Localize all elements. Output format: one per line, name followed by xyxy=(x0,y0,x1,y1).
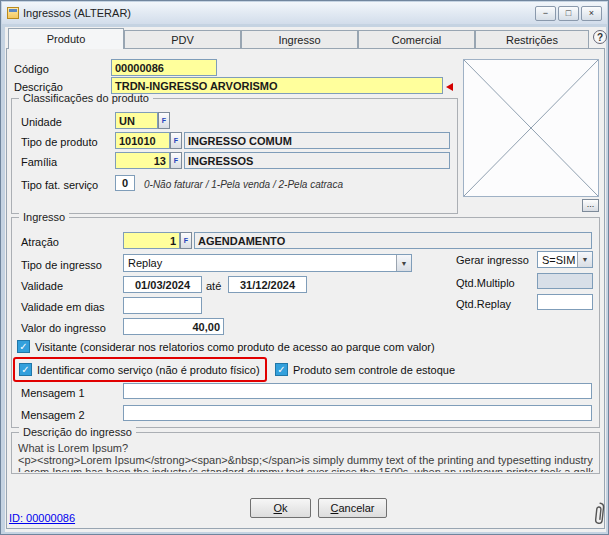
descricao-ingresso-title: Descrição do ingresso xyxy=(19,426,136,438)
ate-label: até xyxy=(206,279,221,293)
valor-ingresso-field[interactable]: 40,00 xyxy=(123,318,224,335)
tipo-produto-field[interactable]: 101010 xyxy=(115,132,170,149)
atracao-label: Atração xyxy=(21,235,59,249)
ingresso-group-title: Ingresso xyxy=(19,211,69,223)
chevron-down-icon[interactable]: ▼ xyxy=(396,255,411,271)
dialog-window: Ingressos (ALTERAR) − □ × Produto PDV In… xyxy=(0,0,609,535)
gerar-ingresso-label: Gerar ingresso xyxy=(456,253,529,267)
atracao-desc: AGENDAMENTO xyxy=(194,232,592,249)
title-bar[interactable]: Ingressos (ALTERAR) − □ × xyxy=(2,2,607,24)
sem-estoque-checkbox-label: Produto sem controle de estoque xyxy=(293,364,455,376)
servico-checkbox[interactable]: ✓ Identificar como serviço (não é produt… xyxy=(19,363,260,376)
descricao-label: Descrição xyxy=(14,80,63,94)
image-browse-button[interactable]: ... xyxy=(582,199,599,212)
mensagem2-label: Mensagem 2 xyxy=(21,408,85,422)
qtd-replay-field[interactable] xyxy=(537,294,593,310)
chevron-down-icon[interactable]: ▼ xyxy=(577,252,592,267)
mensagem1-label: Mensagem 1 xyxy=(21,386,85,400)
codigo-label: Código xyxy=(14,62,49,76)
mensagem1-field[interactable] xyxy=(123,383,592,399)
qtd-multiplo-label: Qtd.Multiplo xyxy=(456,276,515,290)
help-button[interactable]: ? xyxy=(593,30,607,44)
visitante-checkbox[interactable]: ✓ Visitante (considerar nos relatorios c… xyxy=(17,340,435,353)
descricao-ingresso-text[interactable]: What is Lorem Ipsum? <p><strong>Lorem Ip… xyxy=(18,442,593,472)
tipo-fat-label: Tipo fat. serviço xyxy=(21,178,98,192)
unidade-field[interactable]: UN xyxy=(115,112,158,129)
gerar-ingresso-value: S=SIM xyxy=(538,254,577,266)
mensagem2-field[interactable] xyxy=(123,405,592,421)
servico-checkbox-label: Identificar como serviço (não é produto … xyxy=(37,364,260,376)
tab-comercial[interactable]: Comercial xyxy=(358,30,475,48)
validade-dias-label: Validade em dias xyxy=(21,300,105,314)
tipo-ingresso-label: Tipo de ingresso xyxy=(21,258,102,272)
validade-ate-field[interactable]: 31/12/2024 xyxy=(228,276,307,293)
image-cross-icon xyxy=(464,60,598,196)
checkbox-checked-icon[interactable]: ✓ xyxy=(19,363,32,376)
valor-ingresso-label: Valor do ingresso xyxy=(21,321,106,335)
tipo-produto-desc: INGRESSO COMUM xyxy=(184,132,450,149)
checkbox-checked-icon[interactable]: ✓ xyxy=(17,340,30,353)
validade-de-field[interactable]: 01/03/2024 xyxy=(123,276,202,293)
descricao-line: <p><strong>Lorem Ipsum</strong><span>&nb… xyxy=(18,454,593,466)
tipo-fat-hint: 0-Não faturar / 1-Pela venda / 2-Pela ca… xyxy=(144,178,343,192)
record-id-link[interactable]: ID: 00000086 xyxy=(9,512,75,524)
tab-ingresso[interactable]: Ingresso xyxy=(241,30,358,48)
atracao-field[interactable]: 1 xyxy=(123,232,180,249)
ok-button[interactable]: Ok xyxy=(250,498,311,518)
unidade-label: Unidade xyxy=(21,115,62,129)
product-image-placeholder xyxy=(463,59,599,197)
window-title: Ingressos (ALTERAR) xyxy=(23,7,531,19)
tipo-produto-label: Tipo de produto xyxy=(21,135,98,149)
familia-field[interactable]: 13 xyxy=(115,152,170,169)
window-controls: − □ × xyxy=(535,6,602,21)
field-annotation-marker xyxy=(446,83,453,91)
maximize-button[interactable]: □ xyxy=(558,6,579,21)
paperclip-icon[interactable] xyxy=(592,501,606,530)
qtd-replay-label: Qtd.Replay xyxy=(456,297,511,311)
qtd-multiplo-field xyxy=(537,273,593,289)
atracao-lookup-icon[interactable]: F xyxy=(180,232,192,249)
tab-pdv[interactable]: PDV xyxy=(124,30,241,48)
descricao-line: Lorem Ipsum has been the industry's stan… xyxy=(18,466,593,472)
gerar-ingresso-select[interactable]: S=SIM ▼ xyxy=(537,251,593,268)
sem-estoque-checkbox[interactable]: ✓ Produto sem controle de estoque xyxy=(275,363,455,376)
close-button[interactable]: × xyxy=(581,6,602,21)
codigo-field[interactable]: 00000086 xyxy=(111,59,217,76)
descricao-ingresso-group: Descrição do ingresso What is Lorem Ipsu… xyxy=(11,432,600,474)
tipo-ingresso-select[interactable]: Replay ▼ xyxy=(123,254,412,272)
app-icon xyxy=(7,7,19,19)
familia-label: Família xyxy=(21,155,57,169)
familia-desc: INGRESSOS xyxy=(184,152,450,169)
tab-produto[interactable]: Produto xyxy=(8,28,124,49)
descricao-field[interactable]: TRDN-INGRESSO ARVORISMO xyxy=(111,77,443,94)
familia-lookup-icon[interactable]: F xyxy=(170,152,182,169)
tipo-ingresso-value: Replay xyxy=(124,257,396,269)
visitante-checkbox-label: Visitante (considerar nos relatorios com… xyxy=(35,341,435,353)
descricao-line: What is Lorem Ipsum? xyxy=(18,442,593,454)
minimize-button[interactable]: − xyxy=(535,6,556,21)
checkbox-checked-icon[interactable]: ✓ xyxy=(275,363,288,376)
validade-label: Validade xyxy=(21,279,63,293)
tipo-fat-field[interactable]: 0 xyxy=(115,175,135,191)
unidade-lookup-icon[interactable]: F xyxy=(158,112,170,129)
validade-dias-field[interactable] xyxy=(123,297,202,314)
tab-restricoes[interactable]: Restrições xyxy=(475,30,589,48)
cancel-button[interactable]: Cancelar xyxy=(318,498,387,518)
tipo-produto-lookup-icon[interactable]: F xyxy=(170,132,182,149)
